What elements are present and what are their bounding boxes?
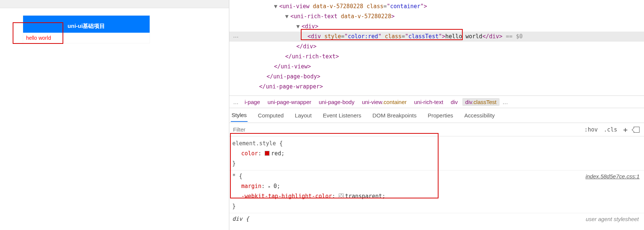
app-body-text: hello world — [26, 35, 51, 41]
ellipsis-icon[interactable]: ⋯ — [233, 32, 242, 42]
styles-tabs[interactable]: StylesComputedLayoutEvent ListenersDOM B… — [229, 108, 644, 123]
style-prop[interactable]: -webkit-tap-highlight-color: transparent… — [232, 191, 641, 201]
filter-bar: :hov .cls + — [229, 123, 644, 136]
tab-computed[interactable]: Computed — [257, 109, 284, 122]
dom-node[interactable]: ⋯<div style="color:red" class="classTest… — [229, 32, 644, 42]
breadcrumb-item[interactable]: uni-view.container — [359, 98, 409, 106]
style-rule-element[interactable]: element.style { color: red; } — [232, 139, 641, 169]
breadcrumb-item[interactable]: div.classTest — [462, 98, 500, 106]
dom-node[interactable]: </uni-view> — [229, 62, 644, 72]
breadcrumb-item[interactable]: uni-page-wrapper — [265, 98, 315, 106]
tab-layout[interactable]: Layout — [294, 109, 312, 122]
breadcrumb-ellipsis-right[interactable]: … — [501, 99, 510, 105]
breadcrumb-item[interactable]: div — [448, 98, 461, 106]
style-origin-link[interactable]: index.58d5e7ce.css:1 — [586, 171, 640, 181]
dom-node[interactable]: ▼<div> — [229, 22, 644, 32]
dom-node[interactable]: ▼<uni-rich-text data-v-57280228> — [229, 12, 644, 22]
dom-node[interactable]: </uni-rich-text> — [229, 52, 644, 62]
dom-tree[interactable]: ▼<uni-view data-v-57280228 class="contai… — [229, 0, 644, 95]
app-body: hello world — [23, 33, 150, 43]
new-style-rule-button[interactable]: + — [623, 127, 628, 132]
tab-properties[interactable]: Properties — [427, 109, 454, 122]
style-rule-div[interactable]: div { user agent stylesheet — [232, 214, 641, 224]
styles-pane[interactable]: element.style { color: red; } index.58d5… — [229, 136, 644, 230]
style-selector: * — [232, 173, 236, 179]
color-swatch-icon[interactable] — [339, 194, 344, 198]
tab-accessibility[interactable]: Accessibility — [463, 109, 495, 122]
app-preview-pane: uni-ui基础项目 hello world — [0, 0, 229, 230]
hover-toggle[interactable]: :hov — [584, 126, 598, 133]
tab-dom-breakpoints[interactable]: DOM Breakpoints — [372, 109, 417, 122]
ruler-top — [0, 0, 229, 8]
breadcrumb-item[interactable]: i-page — [242, 98, 263, 106]
breadcrumb-bar[interactable]: … i-pageuni-page-wrapperuni-page-bodyuni… — [229, 95, 644, 108]
cls-toggle[interactable]: .cls — [604, 126, 617, 133]
tab-event-listeners[interactable]: Event Listeners — [322, 109, 362, 122]
style-selector: div { — [232, 216, 249, 222]
style-selector: element.style — [232, 140, 276, 147]
breadcrumb-ellipsis-left[interactable]: … — [232, 99, 240, 105]
phone-shell: uni-ui基础项目 hello world — [23, 16, 150, 43]
dom-node[interactable]: </div> — [229, 42, 644, 52]
style-prop[interactable]: margin: ▸ 0; — [232, 181, 641, 191]
breadcrumb-item[interactable]: uni-rich-text — [411, 98, 446, 106]
breadcrumb-item[interactable]: uni-page-body — [316, 98, 357, 106]
panel-layout-button[interactable] — [634, 127, 640, 133]
tab-styles[interactable]: Styles — [231, 109, 248, 122]
app-title-bar: uni-ui基础项目 — [23, 16, 150, 33]
dom-node[interactable]: </uni-page-wrapper> — [229, 82, 644, 92]
color-swatch-icon[interactable] — [265, 151, 270, 156]
style-rule-universal[interactable]: index.58d5e7ce.css:1 * { margin: ▸ 0; -w… — [232, 171, 641, 211]
dom-node[interactable]: ▼<uni-view data-v-57280228 class="contai… — [229, 1, 644, 12]
styles-filter-input[interactable] — [229, 124, 584, 135]
app-title: uni-ui基础项目 — [68, 23, 105, 30]
user-agent-stylesheet-label: user agent stylesheet — [586, 214, 639, 224]
style-prop[interactable]: color: red; — [232, 149, 641, 159]
dom-node[interactable]: </uni-page-body> — [229, 72, 644, 82]
devtools-pane: ▼<uni-view data-v-57280228 class="contai… — [229, 0, 644, 230]
